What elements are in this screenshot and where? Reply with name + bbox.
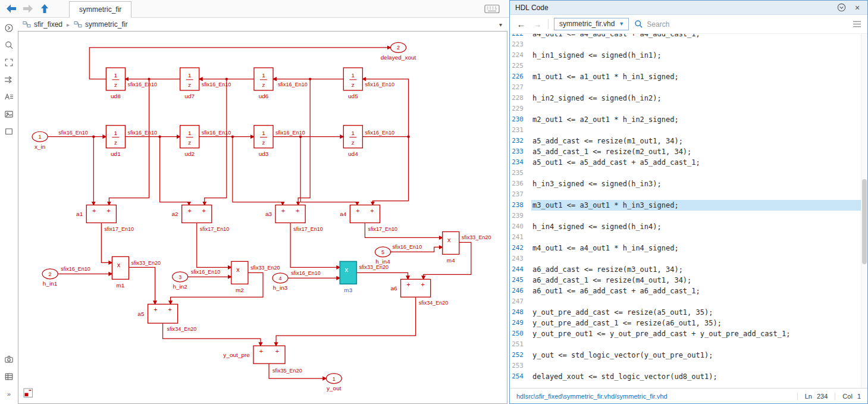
annotation-icon[interactable] — [2, 90, 15, 104]
code-text: h_in2_signed <= signed(h_in2); — [531, 93, 861, 104]
signal-wire[interactable] — [372, 137, 408, 205]
close-icon[interactable]: × — [853, 3, 862, 12]
port-label-x_in: x_in — [35, 143, 45, 150]
hamburger-icon[interactable] — [852, 20, 861, 29]
code-line-241: 241 — [510, 232, 861, 243]
block-a3[interactable] — [275, 205, 305, 223]
forward-icon[interactable]: → — [532, 19, 543, 29]
line-number-link[interactable]: 254 — [510, 371, 531, 382]
breadcrumb-caret-icon[interactable]: ▾ — [497, 21, 504, 28]
signal-wire[interactable] — [362, 79, 408, 137]
up-icon[interactable] — [37, 1, 52, 16]
breadcrumb-item-sfir_fixed[interactable]: sfir_fixed — [23, 20, 62, 29]
code-line-250: 250y_out_pre_out1 <= y_out_pre_add_cast … — [510, 328, 861, 339]
chevron-down-icon: ▼ — [619, 21, 624, 27]
signal-wire[interactable] — [205, 79, 227, 205]
expand-icon[interactable]: » — [2, 387, 15, 400]
back-icon[interactable]: ← — [516, 19, 527, 29]
line-number-link[interactable]: 248 — [510, 307, 531, 318]
code-line-253: 253 — [510, 361, 861, 371]
line-number-link[interactable]: 222 — [510, 34, 531, 39]
code-line-246: 246a6_out1 <= a6_add_cast + a6_add_cast_… — [510, 286, 861, 296]
block-label-m4: m4 — [447, 257, 455, 264]
port-number: 1 — [333, 376, 336, 382]
code-line-234: 234a5_out1 <= a5_add_cast + a5_add_cast_… — [510, 157, 861, 168]
route-icon[interactable] — [2, 73, 15, 86]
signal-type-label: sfix34_En20 — [167, 326, 197, 332]
model-browser-icon[interactable] — [2, 21, 15, 35]
back-icon[interactable] — [4, 1, 19, 16]
file-dropdown[interactable]: symmetric_fir.vhd ▼ — [554, 18, 629, 30]
line-number-link[interactable]: 226 — [510, 71, 531, 82]
model-icon — [74, 21, 82, 28]
zoom-icon[interactable] — [2, 39, 15, 52]
block-a4[interactable] — [350, 205, 380, 223]
code-text — [531, 232, 861, 243]
code-line-248: 248y_out_pre_add_cast <= resize(a5_out1,… — [510, 307, 861, 318]
hdl-panel-title: HDL Code — [515, 4, 549, 12]
line-number-link[interactable]: 245 — [510, 275, 531, 286]
line-number-link[interactable]: 238 — [510, 200, 531, 211]
delay-numerator: 1 — [262, 130, 265, 136]
signal-wire[interactable] — [298, 79, 310, 205]
block-m2[interactable] — [231, 261, 248, 284]
fit-view-icon[interactable] — [2, 56, 15, 69]
block-a2[interactable] — [182, 205, 212, 223]
code-line-237: 237 — [510, 189, 861, 200]
line-number-link[interactable]: 233 — [510, 146, 531, 157]
block-m1[interactable] — [112, 256, 129, 279]
canvas-badge-icon[interactable] — [23, 388, 33, 398]
keyboard-icon[interactable] — [483, 3, 501, 15]
line-number-link[interactable]: 232 — [510, 136, 531, 146]
line-number: 229 — [510, 104, 531, 114]
line-number-link[interactable]: 249 — [510, 318, 531, 328]
block-m4[interactable] — [443, 231, 459, 254]
code-scrollbar[interactable] — [861, 34, 867, 388]
file-path-link[interactable]: hdlsrc\sfir_fixed\symmetric_fir.vhd/symm… — [516, 393, 668, 400]
port-number: 5 — [381, 249, 384, 255]
block-y_out_pre[interactable] — [253, 346, 285, 364]
region-icon[interactable] — [2, 125, 15, 138]
line-number-link[interactable]: 250 — [510, 328, 531, 339]
plus-sign: + — [187, 207, 191, 214]
block-a6[interactable] — [401, 279, 431, 297]
block-m3[interactable] — [340, 261, 356, 284]
signal-wire[interactable] — [276, 297, 416, 346]
delay-numerator: 1 — [188, 72, 192, 79]
signal-type-label: sfix16_En10 — [202, 130, 231, 136]
camera-icon[interactable] — [2, 353, 15, 366]
search-input[interactable] — [647, 20, 847, 29]
toolbar-divider — [548, 19, 549, 29]
model-canvas[interactable]: 1zud11zud21zud31zud41zud51zud61zud71zud8… — [18, 31, 507, 404]
line-number-link[interactable]: 246 — [510, 286, 531, 296]
line-number-link[interactable]: 234 — [510, 157, 531, 168]
delay-denominator: z — [352, 82, 355, 88]
search-box — [634, 20, 847, 29]
delay-denominator: z — [188, 82, 191, 88]
table-icon[interactable] — [2, 370, 15, 383]
panel-menu-icon[interactable] — [836, 3, 846, 12]
code-text: a5_out1 <= a5_add_cast + a5_add_cast_1; — [531, 157, 861, 168]
scrollbar-thumb[interactable] — [862, 179, 867, 264]
forward-icon[interactable] — [20, 1, 36, 16]
delay-numerator: 1 — [114, 130, 118, 136]
line-number-link[interactable]: 242 — [510, 243, 531, 253]
image-icon[interactable] — [2, 108, 15, 121]
port-label-h_in1: h_in1 — [43, 280, 58, 287]
line-number: 231 — [510, 125, 531, 136]
line-number: 241 — [510, 232, 531, 243]
code-area[interactable]: 222a4_out1 <= a4_add_cast + a4_add_cast_… — [510, 34, 867, 388]
block-a1[interactable] — [86, 205, 116, 223]
breadcrumb-item-symmetric_fir[interactable]: symmetric_fir — [74, 20, 127, 29]
model-tab[interactable]: symmetric_fir — [69, 1, 131, 18]
signal-type-label: sfix33_En20 — [462, 234, 491, 240]
block-a5[interactable] — [148, 304, 178, 323]
signal-wire[interactable] — [356, 273, 408, 279]
line-number: 247 — [510, 296, 531, 307]
line-number-link[interactable]: 252 — [510, 350, 531, 361]
line-number-link[interactable]: 244 — [510, 264, 531, 275]
line-number-link[interactable]: 230 — [510, 114, 531, 125]
signal-wire[interactable] — [129, 267, 155, 304]
delay-numerator: 1 — [188, 130, 192, 136]
code-text: a6_add_cast <= resize(m3_out1, 34); — [531, 264, 861, 275]
